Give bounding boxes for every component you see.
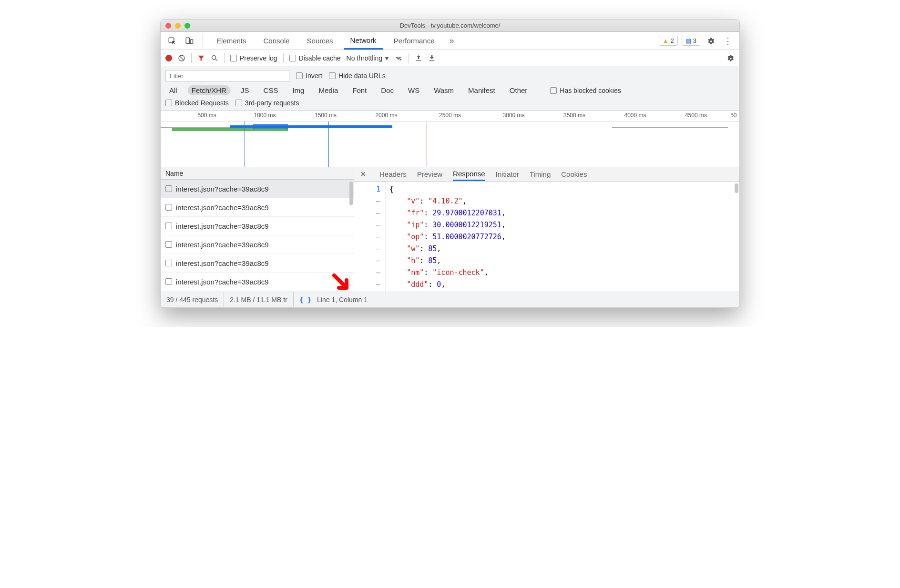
- request-row[interactable]: interest.json?cache=39ac8c9: [161, 235, 354, 254]
- file-icon: [165, 260, 172, 266]
- status-bar: 39 / 445 requests 2.1 MB / 11.1 MB tr { …: [161, 292, 739, 307]
- requests-header[interactable]: Name: [161, 167, 354, 180]
- third-party-checkbox[interactable]: 3rd-party requests: [235, 99, 299, 107]
- filter-type-doc[interactable]: Doc: [377, 85, 398, 95]
- svg-point-4: [212, 55, 216, 59]
- filter-type-media[interactable]: Media: [315, 85, 342, 95]
- filter-type-js[interactable]: JS: [237, 85, 253, 95]
- filter-type-wasm[interactable]: Wasm: [430, 85, 458, 95]
- filter-type-other[interactable]: Other: [506, 85, 532, 95]
- dom-content-loaded-line: [245, 122, 245, 167]
- detail-tab-initiator[interactable]: Initiator: [496, 167, 519, 181]
- request-row[interactable]: interest.json?cache=39ac8c9: [161, 180, 354, 198]
- detail-tab-preview[interactable]: Preview: [417, 167, 442, 181]
- network-toolbar: Preserve log Disable cache No throttling…: [161, 50, 739, 66]
- main-tabs: Elements Console Sources Network Perform…: [161, 32, 739, 50]
- timeline-selection[interactable]: [253, 124, 288, 129]
- warning-icon: ▲: [663, 37, 669, 44]
- tick: 4000 ms: [624, 112, 646, 119]
- pretty-print-icon[interactable]: { }: [299, 296, 311, 304]
- detail-tab-headers[interactable]: Headers: [379, 167, 407, 181]
- timeline-ruler[interactable]: 500 ms 1000 ms 1500 ms 2000 ms 2500 ms 3…: [161, 111, 739, 122]
- svg-rect-2: [190, 40, 193, 43]
- settings-icon[interactable]: [704, 35, 717, 47]
- file-icon: [165, 278, 172, 285]
- window-titlebar: DevTools - tv.youtube.com/welcome/: [161, 20, 739, 32]
- message-icon: ▤: [685, 37, 691, 44]
- panel-settings-icon[interactable]: [726, 54, 735, 62]
- annotation-arrow-icon: [330, 272, 353, 294]
- detail-tab-timing[interactable]: Timing: [530, 167, 551, 181]
- messages-badge[interactable]: ▤ 3: [682, 36, 700, 46]
- tick: 2500 ms: [439, 112, 461, 119]
- detail-tab-cookies[interactable]: Cookies: [561, 167, 587, 181]
- svg-rect-1: [186, 38, 190, 43]
- tab-performance[interactable]: Performance: [387, 32, 441, 50]
- detail-tab-response[interactable]: Response: [453, 167, 485, 181]
- tick: 1500 ms: [315, 112, 337, 119]
- detail-tabs: ✕ Headers Preview Response Initiator Tim…: [354, 167, 739, 182]
- tab-elements[interactable]: Elements: [210, 32, 253, 50]
- filter-type-img[interactable]: Img: [288, 85, 308, 95]
- preserve-log-checkbox[interactable]: Preserve log: [230, 54, 277, 62]
- filter-type-manifest[interactable]: Manifest: [464, 85, 499, 95]
- clear-icon[interactable]: [178, 54, 185, 62]
- devtools-window: DevTools - tv.youtube.com/welcome/ Eleme…: [160, 19, 740, 308]
- messages-count: 3: [693, 37, 696, 44]
- disable-cache-checkbox[interactable]: Disable cache: [289, 54, 341, 62]
- network-conditions-icon[interactable]: [394, 54, 403, 62]
- response-body[interactable]: 1 – – – – – – – – { "v": "4.10.2", "fr":…: [354, 182, 739, 292]
- blocked-cookies-checkbox[interactable]: Has blocked cookies: [550, 87, 621, 94]
- inspect-icon[interactable]: [165, 35, 179, 47]
- request-row[interactable]: interest.json?cache=39ac8c9: [161, 273, 354, 291]
- filter-type-font[interactable]: Font: [348, 85, 370, 95]
- requests-count: 39 / 445 requests: [161, 292, 224, 307]
- tick: 3500 ms: [563, 112, 585, 119]
- filter-icon[interactable]: [197, 54, 205, 62]
- warnings-count: 2: [671, 37, 674, 44]
- filter-type-fetchxhr[interactable]: Fetch/XHR: [188, 85, 230, 95]
- throttling-select[interactable]: No throttling ▾: [347, 54, 389, 62]
- tick: 1000 ms: [254, 112, 276, 119]
- request-row[interactable]: interest.json?cache=39ac8c9: [161, 198, 354, 217]
- tab-console[interactable]: Console: [257, 32, 297, 50]
- warnings-badge[interactable]: ▲ 2: [659, 36, 678, 46]
- timeline-overview[interactable]: [161, 122, 739, 167]
- record-button[interactable]: [165, 55, 172, 61]
- filter-type-all[interactable]: All: [165, 85, 181, 95]
- line-gutter: 1 – – – – – – – –: [354, 182, 386, 292]
- requests-pane: Name interest.json?cache=39ac8c9 interes…: [161, 167, 354, 292]
- cursor-line: [427, 122, 427, 167]
- chevron-down-icon: ▾: [385, 54, 389, 62]
- request-row[interactable]: interest.json?cache=39ac8c9: [161, 217, 354, 235]
- split-pane: Name interest.json?cache=39ac8c9 interes…: [161, 167, 739, 292]
- scrollbar[interactable]: [735, 183, 738, 193]
- transfer-size: 2.1 MB / 11.1 MB tr: [224, 292, 294, 307]
- blocked-requests-checkbox[interactable]: Blocked Requests: [165, 99, 229, 107]
- tick: 500 ms: [197, 112, 216, 119]
- code-source: { "v": "4.10.2", "fr": 29.9700012207031,…: [386, 182, 739, 292]
- file-icon: [165, 241, 172, 248]
- requests-list: interest.json?cache=39ac8c9 interest.jso…: [161, 180, 354, 292]
- device-mode-icon[interactable]: [183, 35, 196, 47]
- file-icon: [165, 185, 172, 192]
- scrollbar[interactable]: [349, 182, 353, 205]
- upload-icon[interactable]: [415, 54, 422, 62]
- filter-type-css[interactable]: CSS: [260, 85, 282, 95]
- hide-data-urls-checkbox[interactable]: Hide data URLs: [329, 72, 386, 80]
- tab-network[interactable]: Network: [344, 32, 383, 50]
- kebab-icon[interactable]: ⋮: [721, 35, 735, 47]
- invert-checkbox[interactable]: Invert: [296, 72, 322, 80]
- request-row[interactable]: interest.json?cache=39ac8c9: [161, 254, 354, 273]
- filter-input[interactable]: [165, 70, 289, 81]
- tick: 2000 ms: [375, 112, 397, 119]
- close-panel-icon[interactable]: ✕: [360, 170, 366, 179]
- tab-sources[interactable]: Sources: [300, 32, 340, 50]
- search-icon[interactable]: [211, 54, 218, 62]
- download-icon[interactable]: [428, 54, 436, 62]
- filter-type-ws[interactable]: WS: [404, 85, 423, 95]
- window-title: DevTools - tv.youtube.com/welcome/: [161, 22, 739, 29]
- more-tabs-icon[interactable]: »: [445, 35, 459, 47]
- detail-pane: ✕ Headers Preview Response Initiator Tim…: [354, 167, 739, 292]
- tick: 3000 ms: [503, 112, 525, 119]
